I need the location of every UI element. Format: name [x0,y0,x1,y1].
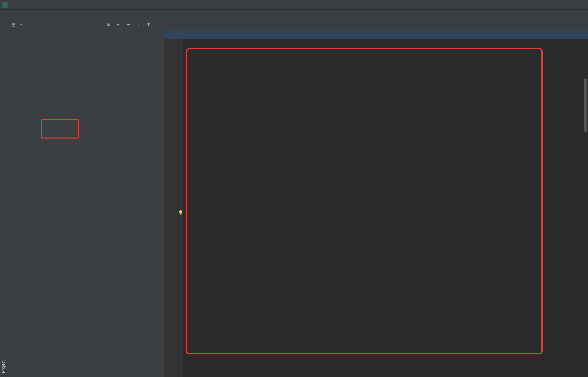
expand-all-icon[interactable]: ≡ [116,22,121,27]
menubar [0,0,588,9]
locate-icon[interactable]: ⊕ [106,22,111,27]
editor-tabs [164,19,588,30]
vertical-scrollbar[interactable] [584,39,587,377]
config-notice[interactable] [164,30,588,39]
project-tool-tab[interactable]: Project [0,19,8,377]
divider: | [136,22,141,27]
app-icon [2,2,8,8]
editor: 💡 [164,19,588,377]
project-view-icon: ▤ [11,22,16,27]
hide-icon[interactable]: — [156,22,161,27]
chevron-down-icon[interactable]: ▾ [20,22,22,27]
collapse-all-icon[interactable]: ≣ [126,22,131,27]
project-tree[interactable] [8,30,164,377]
code-area[interactable] [183,39,588,377]
gear-icon[interactable]: ✻ [146,22,151,27]
line-gutter [164,39,183,377]
project-panel: ▤ ▾ ⊕ ≡ ≣ | ✻ — [8,19,164,377]
breadcrumbs [0,9,588,19]
bulb-icon[interactable]: 💡 [178,210,183,215]
